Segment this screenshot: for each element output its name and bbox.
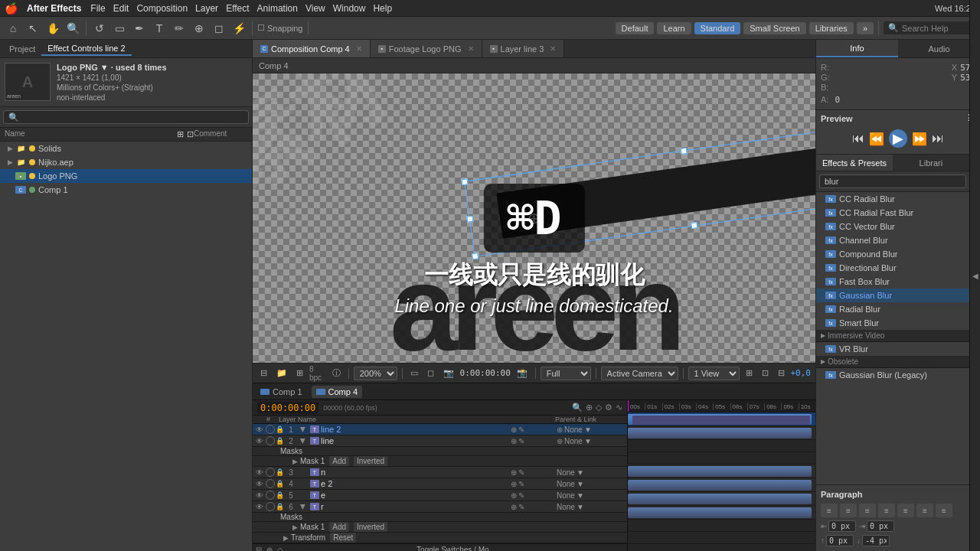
tl-bottom-icon1[interactable]: ⊟ (256, 546, 262, 551)
ws-default[interactable]: Default (616, 22, 655, 34)
tool-eraser[interactable]: ◻ (211, 20, 227, 37)
parent-link-icon-2[interactable]: ⊕ (557, 437, 563, 445)
menu-effect[interactable]: Effect (226, 3, 249, 14)
lock-icon-4[interactable]: 🔒 (276, 480, 284, 487)
parent-select-6[interactable]: None (557, 503, 575, 511)
switch-icon-5a[interactable]: ⊕ (511, 491, 517, 500)
views-select[interactable]: 1 View 2 Views (688, 367, 740, 380)
solo-icon-2[interactable] (266, 436, 275, 445)
menu-view[interactable]: View (305, 3, 325, 14)
expand-4[interactable] (298, 480, 309, 487)
switch-icon-2b[interactable]: ✎ (518, 437, 524, 445)
lock-icon-5[interactable]: 🔒 (276, 491, 284, 499)
tool-home[interactable]: ⌂ (5, 20, 21, 37)
switch-icon-5b[interactable]: ✎ (518, 491, 524, 500)
toggle-switches-label[interactable]: Toggle Switches / Mo... (288, 546, 624, 551)
project-item-logo[interactable]: ▪ Logo PNG (0, 169, 252, 183)
align-justify2-btn[interactable]: ≡ (897, 504, 914, 517)
close-layer-icon[interactable]: ✕ (550, 44, 556, 53)
effect-cc-radial-fast-blur[interactable]: fx CC Radial Fast Blur (816, 206, 980, 220)
prev-first-btn[interactable]: ⏮ (852, 132, 864, 145)
mask-6-inverted-btn[interactable]: Inverted (354, 522, 387, 532)
viewer-ctrl-region[interactable]: ▭ (407, 367, 421, 379)
viewer-ctrl-extra1[interactable]: ⊞ (743, 367, 756, 379)
timeline-tab-comp4[interactable]: Comp 4 (312, 386, 363, 398)
parent-arrow-6[interactable]: ▼ (577, 503, 584, 511)
indent-left-field[interactable] (828, 520, 856, 532)
category-immersive-video[interactable]: ▶ Immersive Video (816, 330, 980, 342)
lock-icon-2[interactable]: 🔒 (276, 437, 284, 445)
parent-arrow-3[interactable]: ▼ (577, 468, 584, 477)
solo-icon-1[interactable] (266, 425, 275, 434)
category-obsolete[interactable]: ▶ Obsolete (816, 356, 980, 368)
effect-channel-blur[interactable]: fx Channel Blur (816, 233, 980, 247)
visibility-icon-1[interactable]: 👁 (254, 424, 265, 435)
layer-row-2[interactable]: 👁 🔒 2 ▶ T line ⊕ ✎ ⊕ (253, 435, 627, 447)
close-footage-icon[interactable]: ✕ (468, 44, 474, 53)
expand-3[interactable] (298, 468, 309, 476)
tab-audio[interactable]: Audio (898, 40, 980, 57)
mask-6-expand[interactable]: ▶ (289, 523, 300, 531)
switch-icon-4b[interactable]: ✎ (518, 480, 524, 488)
switch-icon-4a[interactable]: ⊕ (511, 480, 517, 488)
timeline-tab-comp1[interactable]: Comp 1 (256, 386, 307, 398)
menu-help[interactable]: Help (373, 3, 392, 14)
play-btn[interactable]: ▶ (889, 129, 907, 148)
visibility-icon-6[interactable]: 👁 (254, 501, 265, 512)
parent-select-3[interactable]: None (557, 468, 575, 477)
viewer-ctrl-extra3[interactable]: ⊟ (775, 367, 788, 379)
layer-row-4[interactable]: 👁 🔒 4 T e 2 ⊕ ✎ None (253, 478, 627, 490)
reset-transform-btn[interactable]: Reset (330, 533, 356, 543)
ws-small-screen[interactable]: Small Screen (743, 22, 805, 34)
indent-right-field[interactable] (867, 520, 894, 532)
layer-name-3[interactable]: n (321, 468, 511, 477)
transform-expand[interactable]: ▶ (280, 534, 291, 542)
tool-text[interactable]: T (151, 20, 168, 37)
effect-smart-blur[interactable]: fx Smart Blur (816, 316, 980, 330)
visibility-icon-2[interactable]: 👁 (254, 435, 265, 446)
comp-tab-comp4[interactable]: C Composition Comp 4 ✕ (253, 40, 371, 58)
solo-icon-5[interactable] (266, 491, 275, 500)
timeline-timecode[interactable]: 0:00:00:00 (257, 402, 318, 414)
layer-name-4[interactable]: e 2 (321, 479, 511, 488)
switch-icon-6a[interactable]: ⊕ (511, 503, 517, 511)
effect-cc-radial-blur[interactable]: fx CC Radial Blur (816, 192, 980, 206)
snapping-control[interactable]: ☐ Snapping (257, 23, 303, 33)
prev-fwd-btn[interactable]: ⏩ (912, 132, 927, 146)
layer-name-1[interactable]: line 2 (321, 425, 511, 434)
comp-tab-layer[interactable]: ▪ Layer line 3 ✕ (482, 40, 565, 58)
ws-libraries[interactable]: Libraries (809, 22, 854, 34)
layer-name-2[interactable]: line (321, 436, 511, 445)
lock-icon-3[interactable]: 🔒 (276, 468, 284, 476)
align-justify3-btn[interactable]: ≡ (916, 504, 933, 517)
snapping-checkbox[interactable]: ☐ (257, 23, 265, 33)
tool-brush[interactable]: ✏ (171, 20, 188, 37)
layer-name-6[interactable]: r (321, 502, 511, 511)
tab-effect-controls[interactable]: Effect Controls line 2 (41, 42, 131, 56)
tool-puppet[interactable]: ⚡ (230, 20, 247, 37)
close-tab-icon[interactable]: ✕ (356, 44, 362, 53)
tool-rotate[interactable]: ↺ (91, 20, 108, 37)
timeline-playhead[interactable] (628, 400, 629, 412)
tool-select[interactable]: ↖ (24, 20, 41, 37)
solo-icon-3[interactable] (266, 468, 275, 477)
viewer-ctrl-toggle[interactable]: ⊞ (293, 367, 306, 379)
comp-tab-footage[interactable]: ▪ Footage Logo PNG ✕ (371, 40, 482, 58)
visibility-icon-3[interactable]: 👁 (254, 467, 265, 478)
tl-bottom-icon2[interactable]: ⊕ (266, 546, 273, 551)
zoom-select[interactable]: 200% 100% 50% (354, 367, 397, 380)
tab-effects-presets[interactable]: Effects & Presets (816, 155, 893, 171)
add-mask-6-btn[interactable]: Add (329, 522, 349, 532)
add-mask-btn[interactable]: Add (329, 456, 349, 466)
lock-icon-6[interactable]: 🔒 (276, 503, 284, 510)
viewer-ctrl-info[interactable]: ⓘ (329, 367, 344, 380)
mask-expand[interactable]: ▶ (289, 458, 300, 465)
menu-composition[interactable]: Composition (136, 3, 188, 14)
tool-hand[interactable]: ✋ (44, 20, 61, 37)
layer-row-5[interactable]: 👁 🔒 5 T e ⊕ ✎ None (253, 490, 627, 501)
menu-animation[interactable]: Animation (257, 3, 298, 14)
viewer-ctrl-cam[interactable]: 📷 (440, 367, 457, 379)
tab-librari[interactable]: Librari (893, 155, 969, 171)
parent-arrow-1[interactable]: ▼ (584, 425, 592, 434)
parent-arrow-4[interactable]: ▼ (577, 480, 584, 488)
